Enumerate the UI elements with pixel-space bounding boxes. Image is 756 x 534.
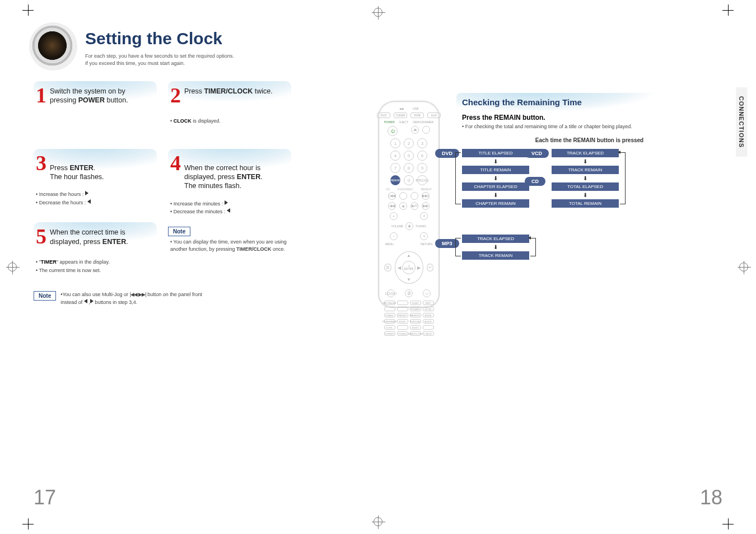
- note-text-bold: TIMER/CLOCK: [236, 246, 272, 252]
- step-detail-text: • Decrease the hours :: [36, 200, 87, 205]
- num-button: 7: [390, 163, 400, 173]
- registration-mark: [374, 517, 382, 526]
- remote-grid-button: MODE: [423, 313, 434, 317]
- step-text: Press ENTER. The hour flashes.: [50, 154, 104, 182]
- registration-mark: [739, 263, 748, 271]
- remote-grid-button: AUDIO: [423, 319, 434, 324]
- remote-bottom-button: LOGO: [387, 289, 395, 297]
- step-text: When the correct time is displayed, pres…: [50, 228, 152, 246]
- flow-loop-arrow: [455, 152, 461, 204]
- remote-grid-button: TUNING: [397, 331, 408, 336]
- enter-button: ⏎ENTER: [402, 261, 416, 274]
- menu-label: MENU: [385, 242, 394, 246]
- state-pill: TRACK REMAIN: [552, 166, 619, 174]
- menu-button: ☰: [384, 264, 391, 271]
- remote-grid-button: TIMER/CLOCK: [410, 331, 421, 336]
- page-number: 18: [700, 486, 722, 509]
- state-pill: TITLE ELAPSED: [462, 149, 529, 157]
- crop-mark: [722, 4, 734, 16]
- note-text: •You can also use Multi-Jog or: [60, 292, 129, 297]
- remote-grid-button: [397, 325, 408, 330]
- step-text-bold: TIMER/CLOCK: [204, 87, 253, 95]
- remote-grid-button: SVIRTUAL: [410, 319, 421, 324]
- page-title: Setting the Clock: [85, 22, 372, 48]
- stop-button: [399, 192, 407, 200]
- state-pill: CHAPTER ELAPSED: [462, 182, 529, 191]
- remote-grid-button: S.BASS: [384, 313, 395, 317]
- mute-button: ◉: [405, 222, 413, 230]
- intro-line: If you exceed this time, you must start …: [85, 60, 185, 66]
- num-button: 5: [404, 151, 414, 161]
- vol-plus-button: +: [390, 212, 398, 220]
- vol-minus-button: −: [390, 232, 398, 240]
- registration-mark: [374, 8, 382, 17]
- down-arrow-icon: ⬇: [462, 158, 529, 165]
- step-text-part: .: [126, 238, 128, 246]
- demo-button: [422, 126, 430, 134]
- step-number: 4: [170, 152, 181, 174]
- down-arrow-icon: ⬇: [552, 158, 619, 165]
- remote-grid-button: MEMORY: [410, 313, 421, 317]
- state-pill: CHAPTER REMAIN: [462, 199, 529, 208]
- state-pill: TOTAL ELAPSED: [552, 182, 619, 191]
- tuning-up-button: ∧: [420, 212, 428, 220]
- next-icon: ▶▶|: [422, 192, 430, 200]
- usb-label: USB: [413, 107, 418, 110]
- remote-illustration: ◀ ▶ USB DVD TUNER TAPE AUX POWER EJECT D…: [378, 101, 440, 308]
- step-detail: • CLOCK is displayed.: [168, 117, 291, 125]
- left-triangle-icon: [227, 208, 230, 213]
- step-detail: • Increase the hours : • Decrease the ho…: [34, 190, 157, 207]
- ffw-icon: ▶▶: [422, 202, 430, 210]
- step-block: 2 Press TIMER/CLOCK twice. • CLOCK is di…: [168, 81, 291, 125]
- flow-title: Each time the REMAIN button is pressed: [456, 137, 722, 143]
- registration-mark: [8, 263, 17, 271]
- flow-loop-arrow: [455, 238, 461, 256]
- page-left: Setting the Clock For each step, you hav…: [34, 22, 378, 504]
- volume-label: VOLUME: [391, 224, 403, 228]
- arrow-down-icon: ▼: [407, 277, 411, 282]
- note-tag: Note: [34, 291, 56, 301]
- speaker-icon: [31, 25, 75, 68]
- remote-src-button: TUNER: [394, 113, 407, 118]
- step-detail-text: is displayed.: [192, 118, 221, 124]
- remote-label: CD: [386, 188, 390, 191]
- flow-column-vcd-cd: VCD CD TRACK ELAPSED ⬇ TRACK REMAIN ⬇ TO…: [552, 149, 619, 209]
- tuning-down-button: ∨: [420, 232, 428, 240]
- sub-body: • For checking the total and remaining t…: [462, 124, 722, 129]
- flow-column-dvd: DVD TITLE ELAPSED ⬇ TITLE REMAIN ⬇ CHAPT…: [462, 149, 529, 209]
- arrow-up-icon: ▲: [407, 253, 411, 258]
- skip-next-icon: ▶▶|: [138, 291, 146, 299]
- state-pill: TRACK ELAPSED: [462, 235, 529, 243]
- sub-head: Press the REMAIN button.: [462, 114, 722, 121]
- flow-loop-arrow: [620, 152, 626, 204]
- state-pill: TOTAL REMAIN: [552, 199, 619, 208]
- remote-src-button: DVD: [377, 113, 390, 118]
- note-box: Note • You can display the time, even wh…: [168, 226, 291, 274]
- state-pill: TRACK ELAPSED: [552, 149, 619, 157]
- num-button: 3: [417, 138, 427, 148]
- flow-column-mp3: MP3 TRACK ELAPSED ⬇ TRACK REMAIN: [462, 235, 722, 260]
- remote-grid-button: SLEEP: [410, 301, 421, 305]
- num-button: 2: [404, 138, 414, 148]
- step-detail: • Increase the minutes : • Decrease the …: [168, 200, 291, 216]
- left-triangle-icon: [87, 199, 91, 204]
- check-title: Checking the Remaining Time: [456, 93, 722, 110]
- arrow-right-icon: ▶: [417, 265, 421, 270]
- tuning-label: TUNING: [416, 224, 426, 228]
- step-text: Switch the system on by pressing POWER b…: [50, 87, 152, 105]
- down-arrow-icon: ⬇: [462, 192, 529, 198]
- remain-button: REMAIN: [390, 175, 400, 185]
- remote-grid-button: POWERBASS: [384, 319, 395, 324]
- remote-src-button: TAPE: [410, 113, 424, 118]
- step-block: 1 Switch the system on by pressing POWER…: [34, 81, 157, 125]
- remote-grid-button: [397, 301, 408, 305]
- source-pill-cd: CD: [525, 177, 545, 186]
- step-block: 4 When the correct hour is displayed, pr…: [168, 149, 291, 216]
- step-text-part: twice.: [253, 87, 272, 95]
- play-pause-icon: ▶/II: [410, 202, 418, 210]
- step-text-bold: ENTER: [69, 164, 93, 172]
- step-number: 2: [170, 85, 181, 106]
- down-arrow-icon: ⬇: [462, 175, 529, 181]
- num-button: 1: [390, 138, 400, 148]
- remote-grid-button: PRESET: [397, 313, 408, 317]
